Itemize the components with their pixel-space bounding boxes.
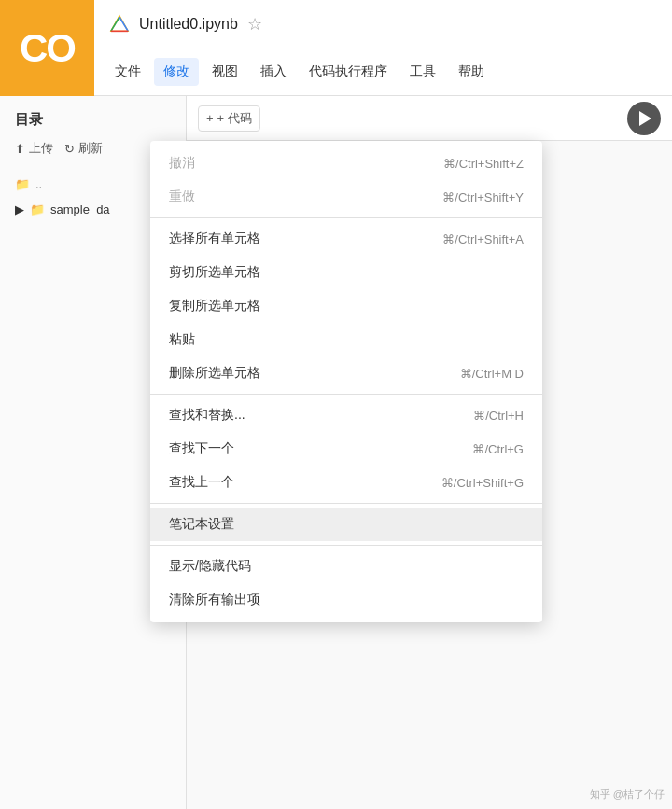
divider-2 bbox=[150, 394, 542, 395]
menu-notebook-settings[interactable]: 笔记本设置 bbox=[150, 508, 542, 541]
menu-select-all[interactable]: 选择所有单元格 ⌘/Ctrl+Shift+A bbox=[150, 222, 542, 256]
divider-3 bbox=[150, 503, 542, 504]
folder-icon: 📁 bbox=[30, 202, 45, 216]
redo-shortcut: ⌘/Ctrl+Shift+Y bbox=[442, 190, 524, 204]
undo-label: 撤消 bbox=[169, 155, 195, 172]
menu-undo[interactable]: 撤消 ⌘/Ctrl+Shift+Z bbox=[150, 146, 542, 180]
upload-icon: ⬆ bbox=[15, 142, 25, 156]
find-next-label: 查找下一个 bbox=[169, 440, 234, 457]
delete-cells-label: 删除所选单元格 bbox=[169, 365, 260, 382]
menu-show-hide-code[interactable]: 显示/隐藏代码 bbox=[150, 550, 542, 583]
divider-1 bbox=[150, 217, 542, 218]
menu-item-file[interactable]: 文件 bbox=[105, 58, 150, 86]
menu-delete-cells[interactable]: 删除所选单元格 ⌘/Ctrl+M D bbox=[150, 356, 542, 390]
menu-find-next[interactable]: 查找下一个 ⌘/Ctrl+G bbox=[150, 432, 542, 466]
menu-item-help[interactable]: 帮助 bbox=[449, 58, 494, 86]
folder-expand-icon: ▶ bbox=[15, 202, 24, 216]
delete-cells-shortcut: ⌘/Ctrl+M D bbox=[460, 367, 524, 381]
refresh-icon: ↻ bbox=[64, 142, 75, 156]
menu-find-replace[interactable]: 查找和替换... ⌘/Ctrl+H bbox=[150, 398, 542, 432]
folder-icon: 📁 bbox=[15, 177, 30, 191]
select-all-label: 选择所有单元格 bbox=[169, 230, 260, 247]
divider-4 bbox=[150, 545, 542, 546]
menu-item-edit[interactable]: 修改 bbox=[154, 58, 199, 86]
find-prev-label: 查找上一个 bbox=[169, 474, 234, 491]
notebook-settings-label: 笔记本设置 bbox=[169, 516, 234, 533]
upload-action[interactable]: ⬆ 上传 bbox=[15, 140, 53, 157]
menu-bar: 文件 修改 视图 插入 代码执行程序 工具 帮助 bbox=[94, 49, 672, 96]
redo-label: 重做 bbox=[169, 188, 195, 205]
file-name: .. bbox=[35, 177, 42, 191]
clear-outputs-label: 清除所有输出项 bbox=[169, 592, 260, 608]
co-logo-text: CO bbox=[20, 26, 75, 71]
menu-clear-outputs[interactable]: 清除所有输出项 bbox=[150, 583, 542, 617]
menu-cut-cells[interactable]: 剪切所选单元格 bbox=[150, 256, 542, 289]
menu-find-prev[interactable]: 查找上一个 ⌘/Ctrl+Shift+G bbox=[150, 466, 542, 499]
undo-shortcut: ⌘/Ctrl+Shift+Z bbox=[443, 157, 524, 171]
menu-paste[interactable]: 粘贴 bbox=[150, 323, 542, 356]
upload-label: 上传 bbox=[29, 140, 53, 157]
menu-item-tools[interactable]: 工具 bbox=[400, 58, 445, 86]
show-hide-code-label: 显示/隐藏代码 bbox=[169, 558, 251, 575]
menu-item-view[interactable]: 视图 bbox=[203, 58, 247, 86]
find-replace-shortcut: ⌘/Ctrl+H bbox=[473, 409, 524, 423]
cut-cells-label: 剪切所选单元格 bbox=[169, 264, 260, 281]
menu-item-runtime[interactable]: 代码执行程序 bbox=[300, 58, 397, 86]
find-replace-label: 查找和替换... bbox=[169, 407, 245, 424]
menubar-area: Untitled0.ipynb ☆ 文件 修改 视图 插入 代码执行程序 工具 … bbox=[94, 0, 672, 96]
menu-copy-cells[interactable]: 复制所选单元格 bbox=[150, 289, 542, 323]
menu-item-insert[interactable]: 插入 bbox=[251, 58, 296, 86]
paste-label: 粘贴 bbox=[169, 331, 195, 348]
select-all-shortcut: ⌘/Ctrl+Shift+A bbox=[442, 232, 524, 246]
co-logo: CO bbox=[0, 0, 94, 96]
copy-cells-label: 复制所选单元格 bbox=[169, 298, 260, 314]
title-bar: Untitled0.ipynb ☆ bbox=[94, 0, 672, 49]
drive-icon bbox=[109, 14, 130, 35]
star-icon[interactable]: ☆ bbox=[247, 14, 262, 35]
edit-dropdown-menu: 撤消 ⌘/Ctrl+Shift+Z 重做 ⌘/Ctrl+Shift+Y 选择所有… bbox=[150, 141, 542, 622]
find-next-shortcut: ⌘/Ctrl+G bbox=[472, 442, 524, 456]
find-prev-shortcut: ⌘/Ctrl+Shift+G bbox=[441, 476, 524, 490]
menu-redo[interactable]: 重做 ⌘/Ctrl+Shift+Y bbox=[150, 180, 542, 214]
dropdown-overlay: 撤消 ⌘/Ctrl+Shift+Z 重做 ⌘/Ctrl+Shift+Y 选择所有… bbox=[94, 96, 672, 809]
notebook-title: Untitled0.ipynb bbox=[139, 16, 238, 33]
